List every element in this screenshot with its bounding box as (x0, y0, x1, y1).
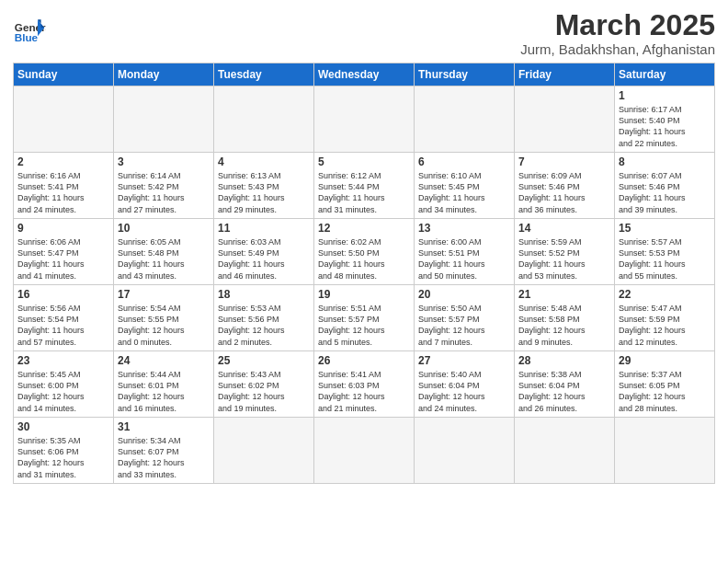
calendar-cell: 4Sunrise: 6:13 AM Sunset: 5:43 PM Daylig… (214, 153, 314, 219)
weekday-header: Thursday (415, 63, 515, 86)
day-info: Sunrise: 6:17 AM Sunset: 5:40 PM Dayligh… (619, 104, 711, 149)
calendar-cell (415, 86, 515, 153)
day-number: 24 (118, 354, 210, 367)
calendar-cell: 19Sunrise: 5:51 AM Sunset: 5:57 PM Dayli… (314, 285, 415, 351)
day-number: 31 (118, 420, 210, 433)
day-info: Sunrise: 5:53 AM Sunset: 5:56 PM Dayligh… (218, 303, 310, 348)
calendar-cell: 20Sunrise: 5:50 AM Sunset: 5:57 PM Dayli… (415, 285, 515, 351)
calendar-cell: 22Sunrise: 5:47 AM Sunset: 5:59 PM Dayli… (615, 285, 715, 351)
day-info: Sunrise: 6:16 AM Sunset: 5:41 PM Dayligh… (17, 170, 109, 215)
calendar-cell (114, 86, 214, 153)
day-info: Sunrise: 5:54 AM Sunset: 5:55 PM Dayligh… (118, 303, 210, 348)
calendar-cell: 15Sunrise: 5:57 AM Sunset: 5:53 PM Dayli… (615, 219, 715, 285)
weekday-header: Sunday (14, 63, 114, 86)
day-info: Sunrise: 5:51 AM Sunset: 5:57 PM Dayligh… (318, 303, 410, 348)
day-info: Sunrise: 6:13 AM Sunset: 5:43 PM Dayligh… (218, 170, 310, 215)
day-number: 2 (17, 155, 109, 168)
calendar-cell (214, 418, 314, 484)
day-number: 11 (218, 222, 310, 235)
day-info: Sunrise: 6:02 AM Sunset: 5:50 PM Dayligh… (318, 236, 410, 282)
calendar-cell: 9Sunrise: 6:06 AM Sunset: 5:47 PM Daylig… (14, 219, 114, 285)
day-number: 6 (418, 155, 510, 168)
calendar-cell: 24Sunrise: 5:44 AM Sunset: 6:01 PM Dayli… (114, 351, 214, 418)
calendar-cell: 6Sunrise: 6:10 AM Sunset: 5:45 PM Daylig… (415, 153, 515, 219)
calendar-cell (14, 86, 114, 153)
day-number: 30 (17, 420, 109, 433)
day-info: Sunrise: 6:07 AM Sunset: 5:46 PM Dayligh… (619, 170, 711, 215)
weekday-header: Wednesday (314, 63, 415, 86)
weekday-header: Tuesday (214, 63, 314, 86)
day-info: Sunrise: 5:56 AM Sunset: 5:54 PM Dayligh… (17, 303, 109, 348)
day-number: 19 (318, 288, 410, 301)
day-info: Sunrise: 5:45 AM Sunset: 6:00 PM Dayligh… (17, 369, 109, 414)
day-info: Sunrise: 5:34 AM Sunset: 6:07 PM Dayligh… (118, 435, 210, 480)
calendar-cell: 28Sunrise: 5:38 AM Sunset: 6:04 PM Dayli… (515, 351, 615, 418)
day-number: 5 (318, 155, 410, 168)
calendar-body: 1Sunrise: 6:17 AM Sunset: 5:40 PM Daylig… (14, 86, 715, 484)
calendar-cell (314, 418, 415, 484)
calendar-cell: 11Sunrise: 6:03 AM Sunset: 5:49 PM Dayli… (214, 219, 314, 285)
day-info: Sunrise: 6:09 AM Sunset: 5:46 PM Dayligh… (518, 170, 610, 215)
logo: General Blue (13, 13, 46, 46)
calendar-cell: 17Sunrise: 5:54 AM Sunset: 5:55 PM Dayli… (114, 285, 214, 351)
title-section: March 2025 Jurm, Badakhshan, Afghanistan (520, 9, 715, 57)
day-number: 27 (418, 354, 510, 367)
day-info: Sunrise: 5:59 AM Sunset: 5:52 PM Dayligh… (518, 236, 610, 282)
calendar-cell: 26Sunrise: 5:41 AM Sunset: 6:03 PM Dayli… (314, 351, 415, 418)
day-info: Sunrise: 5:37 AM Sunset: 6:05 PM Dayligh… (619, 369, 711, 414)
day-number: 20 (418, 288, 510, 301)
day-info: Sunrise: 5:44 AM Sunset: 6:01 PM Dayligh… (118, 369, 210, 414)
page: General Blue March 2025 Jurm, Badakhshan… (0, 0, 728, 563)
day-info: Sunrise: 6:12 AM Sunset: 5:44 PM Dayligh… (318, 170, 410, 215)
calendar-cell: 23Sunrise: 5:45 AM Sunset: 6:00 PM Dayli… (14, 351, 114, 418)
day-info: Sunrise: 6:05 AM Sunset: 5:48 PM Dayligh… (118, 236, 210, 282)
day-info: Sunrise: 6:00 AM Sunset: 5:51 PM Dayligh… (418, 236, 510, 282)
day-number: 12 (318, 222, 410, 235)
calendar-cell: 2Sunrise: 6:16 AM Sunset: 5:41 PM Daylig… (14, 153, 114, 219)
calendar-cell: 25Sunrise: 5:43 AM Sunset: 6:02 PM Dayli… (214, 351, 314, 418)
calendar-cell: 31Sunrise: 5:34 AM Sunset: 6:07 PM Dayli… (114, 418, 214, 484)
calendar-cell: 29Sunrise: 5:37 AM Sunset: 6:05 PM Dayli… (615, 351, 715, 418)
calendar-cell (214, 86, 314, 153)
day-number: 28 (518, 354, 610, 367)
day-number: 15 (619, 222, 711, 235)
calendar-cell: 12Sunrise: 6:02 AM Sunset: 5:50 PM Dayli… (314, 219, 415, 285)
calendar-cell (515, 418, 615, 484)
day-number: 18 (218, 288, 310, 301)
calendar: SundayMondayTuesdayWednesdayThursdayFrid… (13, 63, 715, 484)
day-info: Sunrise: 6:10 AM Sunset: 5:45 PM Dayligh… (418, 170, 510, 215)
day-number: 4 (218, 155, 310, 168)
day-number: 7 (518, 155, 610, 168)
day-number: 10 (118, 222, 210, 235)
calendar-cell: 10Sunrise: 6:05 AM Sunset: 5:48 PM Dayli… (114, 219, 214, 285)
day-number: 26 (318, 354, 410, 367)
day-number: 29 (619, 354, 711, 367)
day-info: Sunrise: 6:06 AM Sunset: 5:47 PM Dayligh… (17, 236, 109, 282)
calendar-cell: 13Sunrise: 6:00 AM Sunset: 5:51 PM Dayli… (415, 219, 515, 285)
calendar-cell (415, 418, 515, 484)
day-number: 21 (518, 288, 610, 301)
month-title: March 2025 (520, 9, 715, 41)
day-number: 3 (118, 155, 210, 168)
weekday-header: Friday (515, 63, 615, 86)
weekday-header: Monday (114, 63, 214, 86)
day-info: Sunrise: 5:47 AM Sunset: 5:59 PM Dayligh… (619, 303, 711, 348)
weekday-row: SundayMondayTuesdayWednesdayThursdayFrid… (14, 63, 715, 86)
logo-icon: General Blue (13, 13, 46, 46)
calendar-cell: 5Sunrise: 6:12 AM Sunset: 5:44 PM Daylig… (314, 153, 415, 219)
day-info: Sunrise: 5:50 AM Sunset: 5:57 PM Dayligh… (418, 303, 510, 348)
day-number: 8 (619, 155, 711, 168)
day-number: 23 (17, 354, 109, 367)
day-number: 17 (118, 288, 210, 301)
calendar-cell: 8Sunrise: 6:07 AM Sunset: 5:46 PM Daylig… (615, 153, 715, 219)
calendar-cell: 21Sunrise: 5:48 AM Sunset: 5:58 PM Dayli… (515, 285, 615, 351)
calendar-cell: 7Sunrise: 6:09 AM Sunset: 5:46 PM Daylig… (515, 153, 615, 219)
header: General Blue March 2025 Jurm, Badakhshan… (13, 9, 715, 57)
calendar-cell: 3Sunrise: 6:14 AM Sunset: 5:42 PM Daylig… (114, 153, 214, 219)
calendar-cell: 1Sunrise: 6:17 AM Sunset: 5:40 PM Daylig… (615, 86, 715, 153)
calendar-cell: 16Sunrise: 5:56 AM Sunset: 5:54 PM Dayli… (14, 285, 114, 351)
day-info: Sunrise: 6:03 AM Sunset: 5:49 PM Dayligh… (218, 236, 310, 282)
day-number: 25 (218, 354, 310, 367)
calendar-cell (615, 418, 715, 484)
day-info: Sunrise: 5:40 AM Sunset: 6:04 PM Dayligh… (418, 369, 510, 414)
